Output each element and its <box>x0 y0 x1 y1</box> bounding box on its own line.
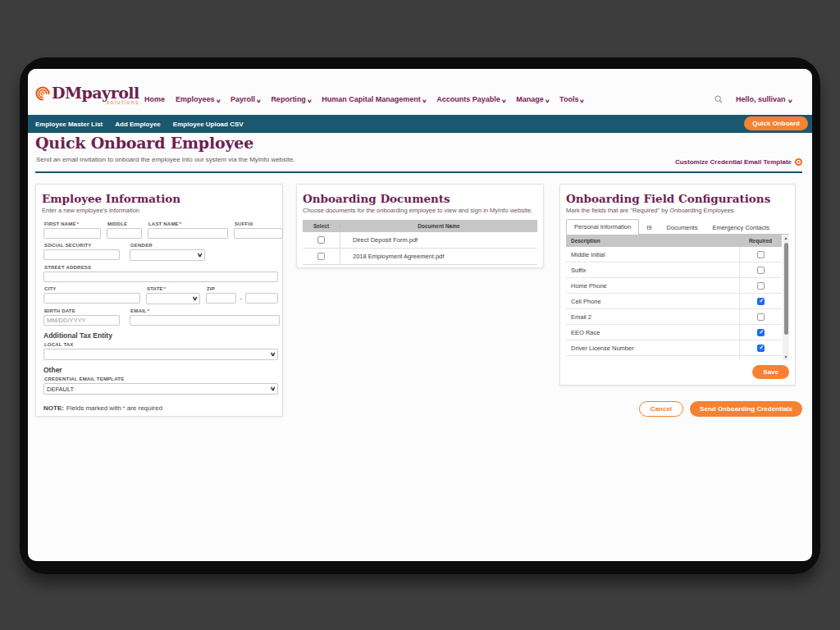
tab-label: I9 <box>646 224 651 231</box>
document-select-cell <box>303 232 340 248</box>
nav-item-label: Tools <box>559 95 578 103</box>
last-name-input[interactable] <box>148 228 228 239</box>
send-onboarding-credentials-button[interactable]: Send Onboarding Credentials <box>690 401 802 417</box>
gear-badge-icon <box>795 158 802 166</box>
document-checkbox[interactable] <box>317 236 325 244</box>
required-checkbox[interactable] <box>757 345 765 352</box>
quick-onboard-button[interactable]: Quick Onboard <box>744 116 808 130</box>
config-row: Marital Status <box>566 356 782 360</box>
field-description: Email 2 <box>566 313 739 321</box>
cancel-button[interactable]: Cancel <box>639 401 683 417</box>
nav-item[interactable]: Employees <box>176 95 220 103</box>
chevron-down-icon <box>422 97 427 103</box>
required-cell <box>739 340 782 355</box>
description-column-header: Description <box>566 238 739 244</box>
config-row: Cell Phone <box>566 294 782 309</box>
logo-subtext: solutions <box>52 99 139 105</box>
config-row: Driver License Number <box>566 340 782 356</box>
chevron-down-icon <box>215 97 221 103</box>
street-address-label: STREET ADDRESS <box>44 265 278 270</box>
middle-label: MIDDLE <box>107 221 142 226</box>
config-tab[interactable]: Personal Information <box>566 219 639 235</box>
social-security-input[interactable] <box>43 249 120 260</box>
street-address-input[interactable] <box>43 272 278 282</box>
gender-label: GENDER <box>130 243 205 248</box>
config-table-header: Description Required <box>566 235 782 247</box>
logo-swirl-icon <box>34 85 51 105</box>
required-cell <box>739 247 782 262</box>
config-tab[interactable]: Documents <box>659 221 705 234</box>
main-nav: Home Employees Payroll Reporting <box>144 91 584 107</box>
scroll-down-icon[interactable] <box>783 354 789 360</box>
config-tabs: Personal Information I9 Documents Emerge… <box>566 220 789 235</box>
field-description: Driver License Number <box>566 345 739 352</box>
nav-item[interactable]: Payroll <box>231 95 260 103</box>
credential-email-template-label: CREDENTIAL EMAIL TEMPLATE <box>44 377 278 381</box>
page-header: Quick Onboard Employee Send an email inv… <box>35 133 802 173</box>
required-checkbox[interactable] <box>757 313 765 321</box>
required-column-header: Required <box>739 238 782 244</box>
nav-item[interactable]: Home <box>144 95 165 103</box>
panel-title: Onboarding Documents <box>303 192 537 205</box>
required-cell <box>739 278 782 293</box>
config-tab[interactable]: Emergency Contacts <box>705 221 777 234</box>
config-row: Middle Initial <box>566 247 782 262</box>
field-description: Marital Status <box>566 360 739 361</box>
required-checkbox[interactable] <box>757 360 765 361</box>
birth-date-input[interactable] <box>43 315 120 326</box>
suffix-input[interactable] <box>234 228 283 239</box>
config-row: Suffix <box>566 262 782 278</box>
required-checkbox[interactable] <box>757 282 765 290</box>
nav-item[interactable]: Tools <box>559 95 584 103</box>
scrollbar-thumb[interactable] <box>784 243 788 335</box>
subnav-item[interactable]: Add Employee <box>115 121 161 128</box>
subnav-item[interactable]: Employee Master List <box>35 121 103 128</box>
logo[interactable]: DMpayroll solutions <box>34 84 139 105</box>
required-checkbox[interactable] <box>757 329 765 336</box>
first-name-label: FIRST NAME* <box>44 221 101 226</box>
email-input[interactable] <box>130 315 280 326</box>
zip-input[interactable] <box>206 293 236 304</box>
nav-item[interactable]: Accounts Payable <box>436 95 505 103</box>
city-input[interactable] <box>43 293 140 304</box>
required-checkbox[interactable] <box>757 298 765 305</box>
email-label: EMAIL* <box>130 308 280 313</box>
nav-item-label: Accounts Payable <box>436 95 500 103</box>
gender-select[interactable] <box>130 249 205 261</box>
required-cell <box>739 262 782 277</box>
local-tax-label: LOCAL TAX <box>44 342 278 347</box>
documents-table: Select Document Name Direct Deposit Form… <box>303 220 537 265</box>
user-menu[interactable]: Hello, sullivan <box>736 95 792 103</box>
nav-item[interactable]: Human Capital Management <box>322 95 426 103</box>
config-row: Home Phone <box>566 278 782 294</box>
field-description: Middle Initial <box>566 251 739 258</box>
chevron-down-icon <box>307 97 313 103</box>
nav-item[interactable]: Manage <box>516 95 549 103</box>
chevron-down-icon <box>270 386 276 392</box>
local-tax-select[interactable] <box>43 349 278 360</box>
panel-subtitle: Choose documents for the onboarding empl… <box>303 207 537 214</box>
save-button[interactable]: Save <box>752 365 789 379</box>
nav-item-label: Reporting <box>271 95 306 103</box>
credential-email-template-select[interactable]: DEFAULT <box>43 383 278 395</box>
page-subtitle: Send an email invitation to onboard the … <box>36 156 295 163</box>
document-checkbox[interactable] <box>317 253 325 260</box>
state-select[interactable] <box>146 293 200 304</box>
required-checkbox[interactable] <box>757 251 765 258</box>
scroll-up-icon[interactable] <box>783 235 789 241</box>
field-description: Cell Phone <box>566 298 739 305</box>
config-tab[interactable]: I9 <box>639 221 659 234</box>
header-right: Hello, sullivan <box>714 91 792 107</box>
app-window: DMpayroll solutions Home Employees <box>28 69 812 561</box>
customize-credential-link[interactable]: Customize Credential Email Template <box>675 158 802 166</box>
required-checkbox[interactable] <box>757 267 765 274</box>
nav-item[interactable]: Reporting <box>271 95 311 103</box>
subnav-item[interactable]: Employee Upload CSV <box>173 121 244 128</box>
first-name-input[interactable] <box>43 228 101 239</box>
config-table-body: Middle Initial Suffix Home Phone <box>566 247 782 360</box>
nav-item-label: Human Capital Management <box>322 95 421 103</box>
zip-label: ZIP <box>207 286 236 291</box>
zip-plus4-input[interactable] <box>245 293 278 304</box>
middle-input[interactable] <box>107 228 142 239</box>
search-icon[interactable] <box>714 92 723 107</box>
